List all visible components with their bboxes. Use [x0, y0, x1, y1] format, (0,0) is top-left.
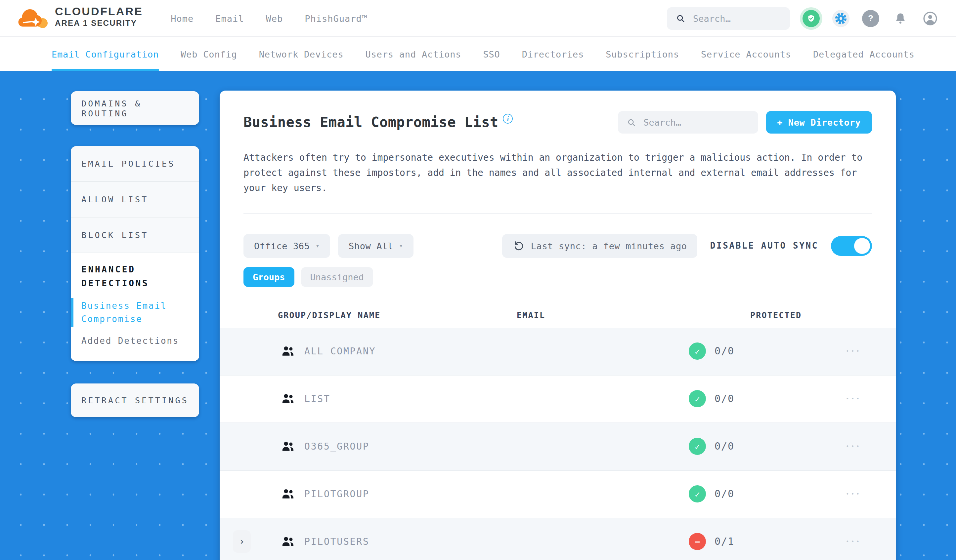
group-name: PILOTUSERS [304, 536, 370, 547]
disable-auto-sync-label: DISABLE AUTO SYNC [710, 241, 818, 251]
sidebar-item-business-email-compromise[interactable]: Business Email Compromise [82, 299, 189, 326]
chevron-down-icon: ▾ [399, 243, 403, 249]
table-row[interactable]: › PILOTUSERS − 0/1 ••• [220, 518, 896, 560]
protected-status-badge: ✓ [689, 438, 706, 455]
nav-web[interactable]: Web [266, 13, 283, 24]
group-people-icon [281, 488, 294, 500]
refresh-icon [513, 240, 524, 252]
user-avatar-icon[interactable] [921, 9, 939, 27]
protected-status-badge: − [689, 533, 706, 551]
auto-sync-toggle[interactable] [831, 236, 872, 256]
new-directory-button[interactable]: + New Directory [766, 111, 872, 133]
chevron-down-icon: ▾ [316, 243, 319, 249]
tab-web-config[interactable]: Web Config [181, 37, 237, 71]
row-expand-button[interactable]: › [233, 530, 251, 553]
unassigned-pill[interactable]: Unassigned [301, 267, 373, 287]
info-icon[interactable]: i [503, 113, 513, 123]
top-header: CLOUDFLARE AREA 1 SECURITY Home Email We… [0, 0, 956, 36]
group-people-icon [281, 441, 294, 453]
search-icon [627, 118, 635, 127]
protected-status-badge: ✓ [689, 486, 706, 503]
global-search-input[interactable] [692, 12, 781, 24]
cloudflare-logo[interactable]: CLOUDFLARE AREA 1 SECURITY [18, 6, 143, 31]
global-search[interactable] [667, 7, 790, 30]
directory-select[interactable]: Office 365 ▾ [244, 234, 330, 258]
sidebar-item-domains-routing[interactable]: DOMAINS & ROUTING [71, 91, 199, 125]
row-menu-button[interactable]: ••• [846, 396, 862, 402]
protected-status-badge: ✓ [689, 391, 706, 408]
row-menu-button[interactable]: ••• [846, 491, 862, 497]
col-email: EMAIL [517, 311, 750, 320]
show-filter-select[interactable]: Show All ▾ [338, 234, 414, 258]
page-title: Business Email Compromise List [244, 115, 498, 130]
view-switcher: Groups Unassigned [244, 267, 872, 287]
group-people-icon [281, 536, 294, 548]
enhanced-detections-label[interactable]: ENHANCED DETECTIONS [82, 263, 189, 290]
panel-header: Business Email Compromise List i + New D… [244, 111, 872, 133]
workspace-background: DOMAINS & ROUTING EMAIL POLICIES ALLOW L… [0, 71, 956, 560]
search-icon [676, 13, 685, 24]
table-header: GROUP/DISPLAY NAME EMAIL PROTECTED [220, 303, 896, 328]
tab-subscriptions[interactable]: Subscriptions [606, 37, 679, 71]
sidebar-policies-card: EMAIL POLICIES ALLOW LIST BLOCK LIST ENH… [71, 146, 199, 361]
tab-service-accounts[interactable]: Service Accounts [701, 37, 791, 71]
sidebar-item-block-list[interactable]: BLOCK LIST [71, 218, 199, 253]
logo-brand: CLOUDFLARE [55, 6, 143, 17]
notifications-bell-icon[interactable] [892, 9, 909, 27]
section-divider [244, 213, 872, 213]
last-sync-label: Last sync: a few minutes ago [531, 241, 687, 251]
protection-status-icon[interactable] [802, 9, 820, 27]
tab-delegated-accounts[interactable]: Delegated Accounts [813, 37, 915, 71]
settings-sidebar: DOMAINS & ROUTING EMAIL POLICIES ALLOW L… [71, 91, 199, 417]
config-tabbar: Email Configuration Web Config Network D… [0, 36, 956, 71]
logo-subtitle: AREA 1 SECURITY [55, 19, 143, 28]
tab-sso[interactable]: SSO [483, 37, 500, 71]
tab-users-and-actions[interactable]: Users and Actions [365, 37, 461, 71]
sidebar-item-allow-list[interactable]: ALLOW LIST [71, 182, 199, 218]
tab-email-configuration[interactable]: Email Configuration [52, 37, 159, 71]
bec-list-panel: Business Email Compromise List i + New D… [220, 91, 896, 560]
last-sync-button[interactable]: Last sync: a few minutes ago [503, 234, 698, 258]
nav-phishguard[interactable]: PhishGuard™ [305, 13, 368, 24]
group-name: ALL COMPANY [304, 346, 376, 357]
filter-row: Office 365 ▾ Show All ▾ Last sync: a few… [244, 234, 872, 258]
header-actions: ? [667, 7, 939, 30]
row-menu-button[interactable]: ••• [846, 539, 862, 545]
group-name: O365_GROUP [304, 441, 370, 452]
tab-directories[interactable]: Directories [522, 37, 584, 71]
toggle-knob [854, 238, 870, 254]
protected-count: 0/0 [714, 488, 734, 500]
nav-home[interactable]: Home [171, 13, 193, 24]
row-menu-button[interactable]: ••• [846, 444, 862, 450]
col-protected: PROTECTED [750, 311, 896, 320]
group-name: LIST [304, 394, 330, 404]
protected-count: 0/1 [714, 536, 734, 548]
groups-pill[interactable]: Groups [244, 267, 294, 287]
group-name: PILOTGROUP [304, 489, 370, 499]
col-group-display-name: GROUP/DISPLAY NAME [278, 311, 517, 320]
table-row[interactable]: PILOTGROUP ✓ 0/0 ••• [220, 471, 896, 518]
protected-status-badge: ✓ [689, 343, 706, 360]
table-row[interactable]: ALL COMPANY ✓ 0/0 ••• [220, 328, 896, 375]
help-icon[interactable]: ? [862, 9, 879, 27]
page-description: Attackers often try to impersonate execu… [244, 150, 873, 196]
row-menu-button[interactable]: ••• [846, 348, 862, 355]
table-row[interactable]: LIST ✓ 0/0 ••• [220, 375, 896, 423]
list-search-input[interactable] [642, 116, 748, 128]
sidebar-item-added-detections[interactable]: Added Detections [82, 334, 189, 348]
settings-gear-icon[interactable] [832, 9, 849, 27]
group-people-icon [281, 345, 294, 358]
sidebar-section-enhanced-detections: ENHANCED DETECTIONS Business Email Compr… [71, 253, 199, 361]
protected-count: 0/0 [714, 441, 734, 453]
nav-email[interactable]: Email [215, 13, 244, 24]
tab-network-devices[interactable]: Network Devices [259, 37, 344, 71]
sidebar-item-email-policies[interactable]: EMAIL POLICIES [71, 146, 199, 182]
area1-security-app: CLOUDFLARE AREA 1 SECURITY Home Email We… [0, 0, 956, 560]
cloudflare-cloud-icon [18, 7, 50, 31]
table-row[interactable]: O365_GROUP ✓ 0/0 ••• [220, 423, 896, 471]
protected-count: 0/0 [714, 393, 734, 405]
primary-nav: Home Email Web PhishGuard™ [171, 13, 368, 24]
sidebar-item-retract-settings[interactable]: RETRACT SETTINGS [71, 383, 199, 417]
protected-count: 0/0 [714, 345, 734, 358]
list-search[interactable] [618, 111, 758, 133]
